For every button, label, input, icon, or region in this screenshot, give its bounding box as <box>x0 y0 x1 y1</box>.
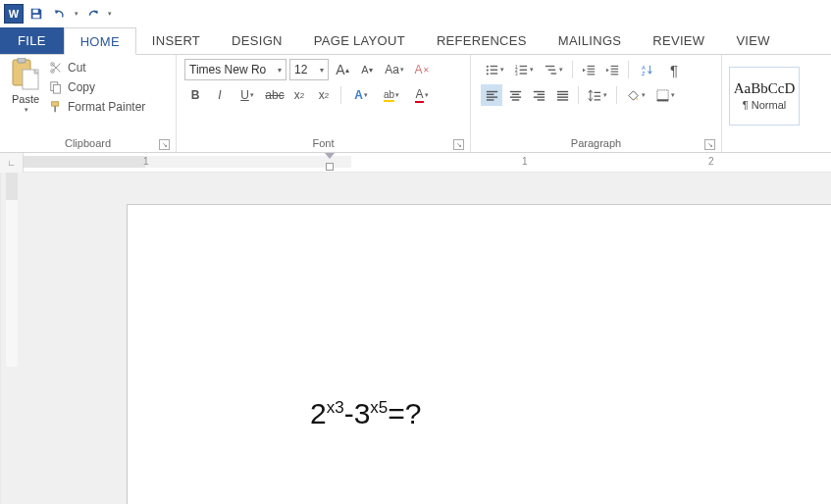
paste-button[interactable]: Paste ▾ <box>4 57 47 114</box>
svg-rect-31 <box>610 68 618 69</box>
undo-dropdown[interactable]: ▾ <box>73 3 80 25</box>
bullets-button[interactable]: ▾ <box>481 59 508 80</box>
svg-rect-32 <box>610 71 618 72</box>
underline-button[interactable]: U▾ <box>234 84 261 106</box>
outdent-icon <box>582 63 597 77</box>
borders-button[interactable]: ▾ <box>651 84 679 106</box>
subscript-button[interactable]: x2 <box>288 84 310 106</box>
grow-font-button[interactable]: A▴ <box>332 59 353 80</box>
align-left-icon <box>485 88 499 103</box>
svg-point-11 <box>487 65 489 67</box>
svg-rect-54 <box>595 99 601 100</box>
save-icon <box>29 7 43 21</box>
svg-rect-48 <box>556 90 567 91</box>
svg-rect-38 <box>486 96 496 97</box>
svg-rect-27 <box>587 68 595 69</box>
scissors-icon <box>49 61 63 75</box>
tab-review[interactable]: REVIEW <box>637 27 720 54</box>
text-effects-button[interactable]: A▾ <box>347 84 375 106</box>
document-text[interactable]: 2x3-3x5=? <box>310 397 422 430</box>
line-spacing-button[interactable]: ▾ <box>584 84 611 106</box>
tab-insert[interactable]: INSERT <box>136 27 216 54</box>
save-button[interactable] <box>26 3 47 25</box>
redo-button[interactable] <box>82 3 104 25</box>
ribbon: Paste ▾ Cut Copy Format Painter Clipboar… <box>0 55 831 153</box>
shrink-font-button[interactable]: A▾ <box>356 59 378 80</box>
svg-rect-46 <box>533 96 544 97</box>
svg-rect-22 <box>520 73 528 74</box>
increase-indent-button[interactable] <box>601 59 623 80</box>
font-size-combo[interactable]: 12▾ <box>289 59 329 80</box>
brush-icon <box>49 100 63 114</box>
strikethrough-button[interactable]: abc <box>264 84 286 106</box>
document-page[interactable]: 2x3-3x5=? <box>127 204 831 504</box>
svg-rect-51 <box>556 99 567 100</box>
svg-rect-24 <box>548 69 556 70</box>
svg-rect-41 <box>511 93 519 94</box>
line-spacing-icon <box>588 88 602 103</box>
justify-button[interactable] <box>551 84 573 106</box>
tab-view[interactable]: VIEW <box>720 27 785 54</box>
tab-page-layout[interactable]: PAGE LAYOUT <box>298 27 421 54</box>
svg-rect-16 <box>491 73 498 74</box>
font-color-button[interactable]: A▾ <box>408 84 436 106</box>
highlight-button[interactable]: ab▾ <box>378 84 405 106</box>
paste-dropdown-icon: ▾ <box>25 106 28 114</box>
paragraph-launcher[interactable]: ↘ <box>704 139 715 150</box>
copy-label: Copy <box>68 80 95 94</box>
svg-rect-1 <box>33 15 40 19</box>
undo-icon <box>53 7 67 21</box>
svg-rect-49 <box>556 93 567 94</box>
svg-rect-14 <box>491 69 498 70</box>
vertical-ruler[interactable] <box>0 173 1 504</box>
decrease-indent-button[interactable] <box>578 59 599 80</box>
copy-button[interactable]: Copy <box>49 80 145 94</box>
style-normal[interactable]: AaBbCcD ¶ Normal <box>729 67 800 126</box>
horizontal-ruler[interactable]: ∟ 1 1 2 <box>0 153 831 173</box>
format-painter-button[interactable]: Format Painter <box>49 100 145 114</box>
undo-button[interactable] <box>49 3 71 25</box>
svg-rect-56 <box>657 99 668 101</box>
svg-rect-37 <box>486 93 493 94</box>
numbering-button[interactable]: 123▾ <box>510 59 538 80</box>
clipboard-launcher[interactable]: ↘ <box>159 139 170 150</box>
tab-file[interactable]: FILE <box>0 27 64 54</box>
show-marks-button[interactable]: ¶ <box>663 59 685 80</box>
svg-point-13 <box>487 69 489 71</box>
group-font: Times New Ro▾ 12▾ A▴ A▾ Aa▾ A✕ B I U▾ ab… <box>177 55 471 152</box>
tab-references[interactable]: REFERENCES <box>421 27 543 54</box>
cut-button[interactable]: Cut <box>49 61 145 75</box>
qat-customize[interactable]: ▾ <box>106 3 114 25</box>
align-right-button[interactable] <box>528 84 549 106</box>
svg-rect-36 <box>486 90 496 91</box>
tab-design[interactable]: DESIGN <box>216 27 298 54</box>
svg-rect-3 <box>18 58 26 63</box>
change-case-button[interactable]: Aa▾ <box>381 59 408 80</box>
redo-icon <box>86 7 100 21</box>
ruler-corner[interactable]: ∟ <box>0 153 24 173</box>
clear-formatting-button[interactable]: A✕ <box>411 59 433 80</box>
font-launcher[interactable]: ↘ <box>453 139 464 150</box>
multilevel-list-button[interactable]: ▾ <box>540 59 567 80</box>
tab-mailings[interactable]: MAILINGS <box>543 27 638 54</box>
sort-button[interactable]: AZ <box>634 59 661 80</box>
svg-text:A: A <box>641 64 645 70</box>
superscript-button[interactable]: x2 <box>313 84 335 106</box>
ribbon-tabs: FILE HOME INSERT DESIGN PAGE LAYOUT REFE… <box>0 27 831 55</box>
tab-home[interactable]: HOME <box>64 27 136 55</box>
svg-rect-53 <box>595 95 601 96</box>
bucket-icon <box>626 88 641 103</box>
bold-button[interactable]: B <box>184 84 206 106</box>
svg-rect-39 <box>486 99 493 100</box>
svg-rect-40 <box>509 90 520 91</box>
svg-rect-18 <box>520 65 528 66</box>
svg-rect-30 <box>610 65 618 66</box>
italic-button[interactable]: I <box>209 84 231 106</box>
align-center-icon <box>508 88 523 103</box>
align-center-button[interactable] <box>504 84 526 106</box>
align-left-button[interactable] <box>481 84 502 106</box>
shading-button[interactable]: ▾ <box>622 84 649 106</box>
font-name-combo[interactable]: Times New Ro▾ <box>184 59 286 80</box>
document-area: 2x3-3x5=? <box>0 173 831 504</box>
styles-group-label <box>726 134 826 152</box>
